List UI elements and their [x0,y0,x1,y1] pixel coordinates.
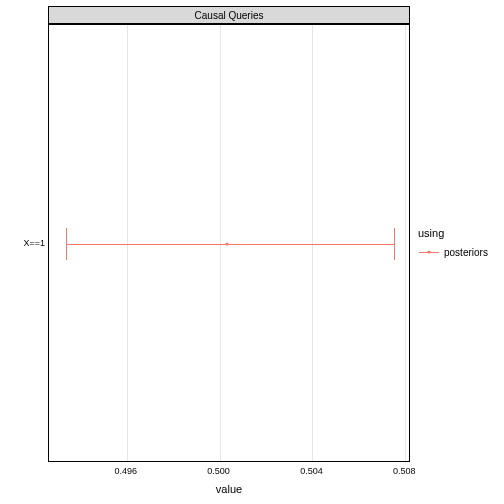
x-tick-label: 0.508 [393,466,416,476]
facet-strip: Causal Queries [48,6,410,24]
x-axis-title: value [216,483,242,495]
x-tick-label: 0.500 [207,466,230,476]
gridline [220,25,221,461]
chart-title: Causal Queries [195,10,264,21]
point-icon [428,251,431,254]
x-tick-label: 0.496 [114,466,137,476]
plot-panel [48,24,410,462]
data-point [225,243,228,246]
legend-item-posteriors: posteriors [418,243,488,261]
gridline [127,25,128,461]
legend-label: posteriors [444,247,488,258]
y-tick-label: X==1 [23,238,45,248]
x-tick-label: 0.504 [300,466,323,476]
error-cap [394,228,395,260]
legend-title: using [418,227,488,239]
error-bar [66,244,393,245]
chart-container: Causal Queries X==1 0.4960.5000.5040.508… [0,0,504,504]
legend: using posteriors [418,227,488,261]
legend-key [418,243,440,261]
error-cap [66,228,67,260]
gridline [312,25,313,461]
gridline [405,25,406,461]
